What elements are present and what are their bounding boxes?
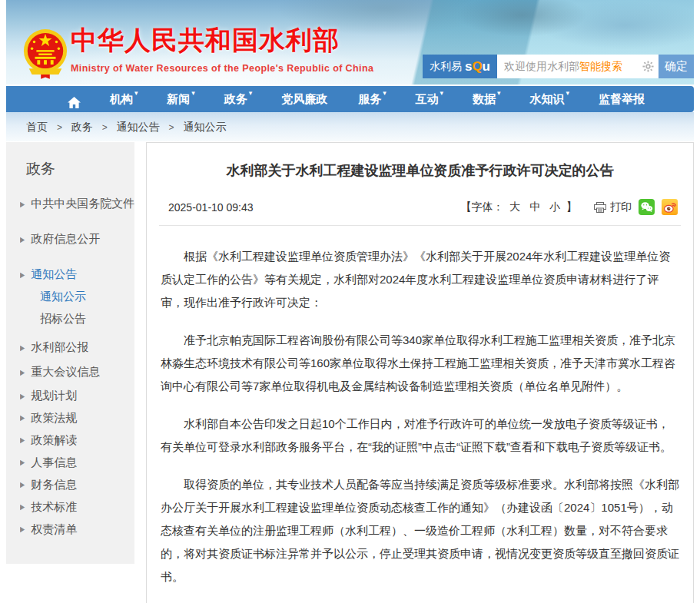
sidebar-item-zhengcejiedu[interactable]: ▶政策解读 (6, 429, 134, 452)
font-label-open: 【字体： (460, 200, 503, 213)
chevron-down-icon: ▾ (383, 86, 386, 100)
site-subtitle: Ministry of Water Resources of the Peopl… (71, 63, 373, 74)
triangle-bullet-icon: ▶ (20, 459, 25, 467)
gear-icon[interactable] (642, 61, 654, 72)
site-title: 中华人民共和国水利部 (71, 23, 373, 58)
font-size-small-button[interactable]: 小 (549, 200, 560, 213)
sidebar: 政务 ▶中共中央国务院文件 ▶政府信息公开 ▶通知公告 通知公示 招标公告 ▶水… (6, 142, 134, 564)
sidebar-item-quanzeqingdan[interactable]: ▶权责清单 (6, 519, 134, 541)
chevron-down-icon: ▾ (497, 86, 501, 100)
nav-item-dangfenglianzheng[interactable]: 党风廉政 (281, 86, 329, 112)
chevron-down-icon: ▾ (134, 86, 138, 100)
sidebar-item-tongzhigonggao[interactable]: ▶通知公告 (6, 263, 134, 286)
print-button[interactable]: 打印 (594, 200, 632, 214)
printer-icon (594, 202, 606, 213)
triangle-bullet-icon: ▶ (20, 343, 25, 352)
triangle-bullet-icon: ▶ (20, 368, 25, 376)
triangle-bullet-icon: ▶ (20, 392, 25, 400)
sidebar-item-shuilibugongbao[interactable]: ▶水利部公报 (6, 336, 134, 359)
font-label-close: 】 (566, 200, 577, 213)
sidebar-item-zhongdahuiyixinxi[interactable]: ▶重大会议信息 (6, 361, 134, 383)
search-brand-button[interactable]: 水利易 sQu (423, 55, 497, 78)
nav-item-jigou[interactable]: 机构▾ (110, 86, 138, 112)
font-size-medium-button[interactable]: 中 (529, 200, 540, 213)
article-paragraph: 准予北京帕克国际工程咨询股份有限公司等340家单位取得水利工程施工监理相关资质，… (161, 329, 679, 398)
nav-item-xinwen[interactable]: 新闻▾ (167, 86, 195, 112)
main-nav: 机构▾ 新闻▾ 政务▾ 党风廉政 服务▾ 互动▾ 数据▾ 水知识▾ 监督举报 (6, 86, 694, 112)
national-emblem-logo (23, 25, 68, 82)
sidebar-item-jishubiaozhun[interactable]: ▶技术标准 (6, 496, 134, 519)
search-brand-text: 水利易 (430, 60, 462, 74)
home-icon (68, 97, 81, 108)
breadcrumb-zhengwu[interactable]: 政务 (71, 121, 93, 133)
search-box: 欢迎使用水利部智能搜索 (497, 55, 659, 78)
article-meta-row: 2025-01-10 09:43 【字体： 大 中 小 】 (159, 199, 681, 226)
article-paragraph: 取得资质的单位，其专业技术人员配备等应当持续满足资质等级标准要求。水利部将按照《… (161, 473, 679, 588)
chevron-down-icon: ▾ (191, 86, 195, 100)
triangle-bullet-icon: ▶ (20, 235, 25, 244)
nav-home[interactable] (68, 90, 81, 108)
article-tools: 【字体： 大 中 小 】 打印 (460, 199, 678, 215)
triangle-bullet-icon: ▶ (20, 503, 25, 512)
article-title: 水利部关于水利工程建设监理单位资质准予行政许可决定的公告 (182, 161, 658, 181)
sidebar-item-guihuajihua[interactable]: ▶规划计划 (6, 385, 134, 407)
sidebar-item-renshixinxi[interactable]: ▶人事信息 (6, 452, 134, 474)
search-bar: 水利易 sQu 欢迎使用水利部智能搜索 (423, 55, 694, 78)
search-submit-button[interactable]: 确定 (659, 55, 694, 78)
article-panel: 水利部关于水利工程建设监理单位资质准予行政许可决定的公告 2025-01-10 … (146, 142, 694, 603)
font-size-large-button[interactable]: 大 (509, 200, 520, 213)
triangle-bullet-icon: ▶ (20, 525, 25, 534)
font-size-control: 【字体： 大 中 小 】 (460, 200, 577, 214)
breadcrumb-separator: > (168, 122, 174, 133)
article-date: 2025-01-10 09:43 (168, 201, 254, 214)
sidebar-section-title: 政务 (6, 159, 134, 179)
breadcrumb-tongzhigongshi[interactable]: 通知公示 (183, 121, 226, 133)
nav-item-jiandujubao[interactable]: 监督举报 (599, 86, 646, 112)
sidebar-subitem-tongzhigongshi[interactable]: 通知公示 (6, 286, 134, 308)
breadcrumb-separator: > (57, 122, 62, 133)
chevron-down-icon: ▾ (249, 86, 253, 100)
search-input[interactable] (497, 55, 659, 78)
sidebar-subitem-zhaobiaogonggao[interactable]: 招标公告 (6, 308, 134, 330)
article-paragraph: 水利部自本公告印发之日起10个工作日内，对准予行政许可的单位统一发放电子资质等级… (161, 412, 679, 459)
article-paragraph: 根据《水利工程建设监理单位资质管理办法》《水利部关于开展2024年水利工程建设监… (161, 245, 679, 314)
sidebar-item-zhengcefagui[interactable]: ▶政策法规 (6, 407, 134, 429)
nav-item-fuwu[interactable]: 服务▾ (358, 86, 386, 112)
search-brand-s: s (465, 59, 472, 75)
main-area: 政务 ▶中共中央国务院文件 ▶政府信息公开 ▶通知公告 通知公示 招标公告 ▶水… (6, 142, 694, 603)
breadcrumb-home[interactable]: 首页 (26, 121, 48, 133)
site-title-block: 中华人民共和国水利部 Ministry of Water Resources o… (71, 23, 373, 74)
weibo-share-icon[interactable] (662, 199, 678, 215)
chevron-down-icon: ▾ (566, 86, 569, 100)
triangle-bullet-icon: ▶ (20, 270, 25, 279)
article-body: 根据《水利工程建设监理单位资质管理办法》《水利部关于开展2024年水利工程建设监… (159, 226, 681, 603)
breadcrumb-tongzhigonggao[interactable]: 通知公告 (117, 121, 160, 133)
triangle-bullet-icon: ▶ (20, 436, 25, 445)
sidebar-item-caiwuxinxi[interactable]: ▶财务信息 (6, 474, 134, 496)
nav-item-shuizhishi[interactable]: 水知识▾ (529, 86, 569, 112)
search-brand-u: u (483, 59, 490, 75)
triangle-bullet-icon: ▶ (20, 414, 25, 422)
chevron-down-icon: ▾ (440, 86, 444, 100)
breadcrumb-separator: > (102, 122, 108, 133)
sidebar-item-zhonggongzhongyang[interactable]: ▶中共中央国务院文件 (6, 193, 134, 215)
site-banner: 中华人民共和国水利部 Ministry of Water Resources o… (6, 0, 694, 84)
print-label: 打印 (610, 200, 632, 214)
page: 中华人民共和国水利部 Ministry of Water Resources o… (6, 0, 694, 603)
magnifier-q-icon: Q (472, 59, 482, 75)
triangle-bullet-icon: ▶ (20, 481, 25, 489)
nav-item-zhengwu[interactable]: 政务▾ (224, 86, 253, 112)
nav-item-shuju[interactable]: 数据▾ (473, 86, 501, 112)
triangle-bullet-icon: ▶ (20, 200, 25, 208)
nav-item-hudong[interactable]: 互动▾ (416, 86, 444, 112)
sidebar-item-zhengfuxinxigongkai[interactable]: ▶政府信息公开 (6, 228, 134, 250)
wechat-share-icon[interactable] (639, 199, 655, 215)
breadcrumb: 首页 > 政务 > 通知公告 > 通知公示 (6, 112, 694, 141)
